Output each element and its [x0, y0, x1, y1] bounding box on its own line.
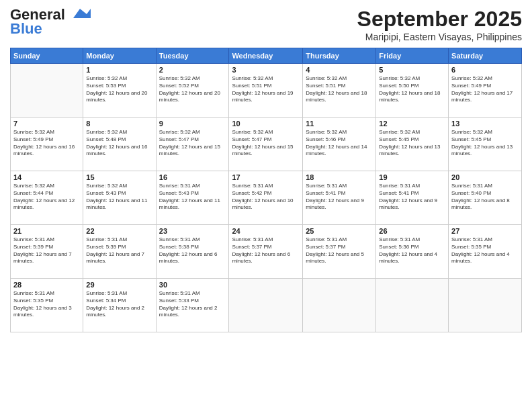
- cell-content: Sunrise: 5:31 AMSunset: 5:37 PMDaylight:…: [232, 236, 300, 265]
- header-tuesday: Tuesday: [156, 48, 229, 64]
- cell-content: Sunrise: 5:31 AMSunset: 5:39 PMDaylight:…: [86, 236, 152, 265]
- calendar-cell: [11, 64, 83, 118]
- calendar-cell: 24Sunrise: 5:31 AMSunset: 5:37 PMDayligh…: [229, 225, 303, 279]
- day-number: 10: [232, 120, 300, 128]
- calendar-cell: 5Sunrise: 5:32 AMSunset: 5:50 PMDaylight…: [376, 64, 449, 118]
- calendar-cell: 28Sunrise: 5:31 AMSunset: 5:35 PMDayligh…: [11, 279, 83, 332]
- calendar-cell: 27Sunrise: 5:31 AMSunset: 5:35 PMDayligh…: [449, 225, 522, 279]
- calendar-cell: 26Sunrise: 5:31 AMSunset: 5:36 PMDayligh…: [376, 225, 449, 279]
- calendar-cell: 12Sunrise: 5:32 AMSunset: 5:45 PMDayligh…: [376, 118, 449, 171]
- cell-content: Sunrise: 5:32 AMSunset: 5:43 PMDaylight:…: [86, 183, 152, 212]
- week-row-5: 28Sunrise: 5:31 AMSunset: 5:35 PMDayligh…: [11, 279, 522, 332]
- logo-blue: Blue: [10, 20, 42, 38]
- cell-content: Sunrise: 5:32 AMSunset: 5:48 PMDaylight:…: [86, 129, 152, 158]
- calendar-cell: 30Sunrise: 5:31 AMSunset: 5:33 PMDayligh…: [156, 279, 229, 332]
- calendar-cell: 19Sunrise: 5:31 AMSunset: 5:41 PMDayligh…: [376, 171, 449, 225]
- day-number: 27: [451, 227, 519, 235]
- header-friday: Friday: [376, 48, 449, 64]
- cell-content: Sunrise: 5:31 AMSunset: 5:41 PMDaylight:…: [306, 183, 373, 212]
- cell-content: Sunrise: 5:31 AMSunset: 5:37 PMDaylight:…: [306, 236, 373, 265]
- cell-content: Sunrise: 5:31 AMSunset: 5:36 PMDaylight:…: [379, 236, 445, 265]
- day-number: 24: [232, 227, 300, 235]
- month-title: September 2025: [357, 7, 522, 32]
- location: Maripipi, Eastern Visayas, Philippines: [357, 32, 522, 42]
- cell-content: Sunrise: 5:31 AMSunset: 5:38 PMDaylight:…: [159, 236, 226, 265]
- day-number: 7: [13, 120, 80, 128]
- day-number: 20: [451, 173, 519, 181]
- cell-content: Sunrise: 5:32 AMSunset: 5:49 PMDaylight:…: [13, 129, 80, 158]
- cell-content: Sunrise: 5:32 AMSunset: 5:45 PMDaylight:…: [451, 129, 519, 158]
- cell-content: Sunrise: 5:31 AMSunset: 5:41 PMDaylight:…: [379, 183, 445, 212]
- day-number: 19: [379, 173, 445, 181]
- cell-content: Sunrise: 5:32 AMSunset: 5:44 PMDaylight:…: [13, 183, 80, 212]
- calendar-cell: 23Sunrise: 5:31 AMSunset: 5:38 PMDayligh…: [156, 225, 229, 279]
- day-number: 28: [13, 281, 80, 289]
- calendar-cell: [449, 279, 522, 332]
- day-number: 14: [13, 173, 80, 181]
- cell-content: Sunrise: 5:31 AMSunset: 5:39 PMDaylight:…: [13, 236, 80, 265]
- calendar-cell: 20Sunrise: 5:31 AMSunset: 5:40 PMDayligh…: [449, 171, 522, 225]
- day-number: 30: [159, 281, 226, 289]
- calendar-cell: [229, 279, 303, 332]
- day-number: 15: [86, 173, 152, 181]
- logo: General Blue: [10, 7, 91, 38]
- calendar-cell: 14Sunrise: 5:32 AMSunset: 5:44 PMDayligh…: [11, 171, 83, 225]
- calendar-cell: 29Sunrise: 5:31 AMSunset: 5:34 PMDayligh…: [83, 279, 156, 332]
- cell-content: Sunrise: 5:32 AMSunset: 5:51 PMDaylight:…: [232, 75, 300, 104]
- calendar-cell: 21Sunrise: 5:31 AMSunset: 5:39 PMDayligh…: [11, 225, 83, 279]
- calendar-cell: 7Sunrise: 5:32 AMSunset: 5:49 PMDaylight…: [11, 118, 83, 171]
- cell-content: Sunrise: 5:32 AMSunset: 5:51 PMDaylight:…: [306, 75, 373, 104]
- week-row-1: 1Sunrise: 5:32 AMSunset: 5:53 PMDaylight…: [11, 64, 522, 118]
- cell-content: Sunrise: 5:32 AMSunset: 5:47 PMDaylight:…: [232, 129, 300, 158]
- cell-content: Sunrise: 5:32 AMSunset: 5:53 PMDaylight:…: [86, 75, 152, 104]
- calendar-cell: 1Sunrise: 5:32 AMSunset: 5:53 PMDaylight…: [83, 64, 156, 118]
- header-row: SundayMondayTuesdayWednesdayThursdayFrid…: [11, 48, 522, 64]
- day-number: 12: [379, 120, 445, 128]
- header: General Blue September 2025 Maripipi, Ea…: [10, 7, 522, 42]
- cell-content: Sunrise: 5:32 AMSunset: 5:52 PMDaylight:…: [159, 75, 226, 104]
- week-row-2: 7Sunrise: 5:32 AMSunset: 5:49 PMDaylight…: [11, 118, 522, 171]
- calendar-cell: 17Sunrise: 5:31 AMSunset: 5:42 PMDayligh…: [229, 171, 303, 225]
- calendar-cell: [376, 279, 449, 332]
- calendar-cell: 11Sunrise: 5:32 AMSunset: 5:46 PMDayligh…: [303, 118, 376, 171]
- day-number: 3: [232, 66, 300, 74]
- calendar-cell: 6Sunrise: 5:32 AMSunset: 5:49 PMDaylight…: [449, 64, 522, 118]
- header-thursday: Thursday: [303, 48, 376, 64]
- calendar-cell: 8Sunrise: 5:32 AMSunset: 5:48 PMDaylight…: [83, 118, 156, 171]
- day-number: 16: [159, 173, 226, 181]
- cell-content: Sunrise: 5:32 AMSunset: 5:50 PMDaylight:…: [379, 75, 445, 104]
- cell-content: Sunrise: 5:31 AMSunset: 5:43 PMDaylight:…: [159, 183, 226, 212]
- day-number: 4: [306, 66, 373, 74]
- day-number: 13: [451, 120, 519, 128]
- calendar-cell: 10Sunrise: 5:32 AMSunset: 5:47 PMDayligh…: [229, 118, 303, 171]
- header-monday: Monday: [83, 48, 156, 64]
- calendar-cell: 15Sunrise: 5:32 AMSunset: 5:43 PMDayligh…: [83, 171, 156, 225]
- week-row-4: 21Sunrise: 5:31 AMSunset: 5:39 PMDayligh…: [11, 225, 522, 279]
- cell-content: Sunrise: 5:31 AMSunset: 5:33 PMDaylight:…: [159, 290, 226, 319]
- day-number: 18: [306, 173, 373, 181]
- calendar-cell: 16Sunrise: 5:31 AMSunset: 5:43 PMDayligh…: [156, 171, 229, 225]
- calendar-cell: 9Sunrise: 5:32 AMSunset: 5:47 PMDaylight…: [156, 118, 229, 171]
- calendar-cell: 13Sunrise: 5:32 AMSunset: 5:45 PMDayligh…: [449, 118, 522, 171]
- cell-content: Sunrise: 5:32 AMSunset: 5:45 PMDaylight:…: [379, 129, 445, 158]
- calendar-cell: 18Sunrise: 5:31 AMSunset: 5:41 PMDayligh…: [303, 171, 376, 225]
- logo-bird-icon: [66, 6, 91, 21]
- header-wednesday: Wednesday: [229, 48, 303, 64]
- day-number: 25: [306, 227, 373, 235]
- day-number: 6: [451, 66, 519, 74]
- title-area: September 2025 Maripipi, Eastern Visayas…: [357, 7, 522, 42]
- calendar-cell: 4Sunrise: 5:32 AMSunset: 5:51 PMDaylight…: [303, 64, 376, 118]
- cell-content: Sunrise: 5:32 AMSunset: 5:49 PMDaylight:…: [451, 75, 519, 104]
- day-number: 26: [379, 227, 445, 235]
- header-sunday: Sunday: [11, 48, 83, 64]
- day-number: 11: [306, 120, 373, 128]
- day-number: 21: [13, 227, 80, 235]
- cell-content: Sunrise: 5:32 AMSunset: 5:47 PMDaylight:…: [159, 129, 226, 158]
- header-saturday: Saturday: [449, 48, 522, 64]
- calendar-table: SundayMondayTuesdayWednesdayThursdayFrid…: [10, 48, 522, 332]
- page: General Blue September 2025 Maripipi, Ea…: [0, 0, 532, 411]
- day-number: 1: [86, 66, 152, 74]
- cell-content: Sunrise: 5:31 AMSunset: 5:42 PMDaylight:…: [232, 183, 300, 212]
- calendar-cell: 22Sunrise: 5:31 AMSunset: 5:39 PMDayligh…: [83, 225, 156, 279]
- calendar-cell: 25Sunrise: 5:31 AMSunset: 5:37 PMDayligh…: [303, 225, 376, 279]
